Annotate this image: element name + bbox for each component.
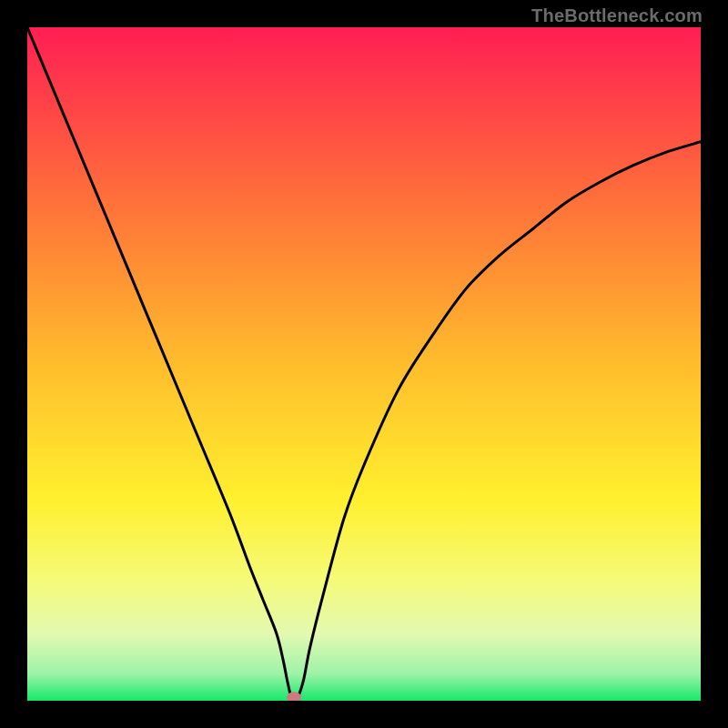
chart-frame: TheBottleneck.com (0, 0, 728, 728)
plot-area (27, 27, 701, 701)
watermark-text: TheBottleneck.com (531, 5, 703, 26)
bottleneck-chart (27, 27, 701, 701)
gradient-background (27, 27, 701, 701)
